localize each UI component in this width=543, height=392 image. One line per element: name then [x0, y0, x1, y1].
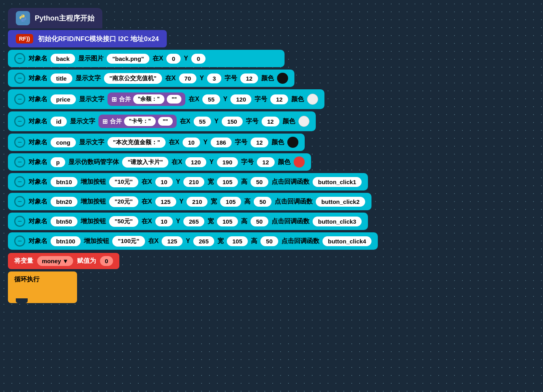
value-btn100: "100元" — [112, 236, 145, 247]
action-10: 增加按钮 — [84, 237, 109, 245]
collapse-btn-4[interactable]: − — [14, 116, 25, 127]
action-8: 增加按钮 — [81, 198, 106, 206]
atx-1: 在X — [153, 55, 163, 63]
fontsize-val-2: 12 — [240, 74, 258, 83]
action-3: 显示文字 — [79, 95, 104, 104]
prefix-10: 对象名 — [28, 237, 47, 245]
height-val-7: 50 — [251, 177, 268, 187]
callback-label-8: 点击回调函数 — [275, 198, 313, 206]
x-val-3: 55 — [202, 94, 220, 104]
collapse-btn-6[interactable]: − — [14, 156, 25, 168]
aty-1: Y — [184, 55, 188, 62]
callback-label-9: 点击回调函数 — [272, 217, 309, 226]
callback-val-8: button_click2 — [316, 197, 365, 207]
rfid-label: 初始化RFID/NFC模块接口 I2C 地址0x24 — [38, 34, 159, 43]
color-swatch-black-2 — [277, 73, 288, 84]
assign-label: 赋值为 — [77, 257, 96, 265]
obj-name-title: title — [51, 74, 72, 83]
atx-6: 在X — [172, 158, 182, 166]
height-label-10: 高 — [251, 237, 257, 245]
value-cong: "本次充值金额：" — [107, 137, 166, 148]
color-label-2: 颜色 — [261, 74, 274, 83]
collapse-btn-3[interactable]: − — [14, 94, 25, 105]
height-label-7: 高 — [241, 178, 247, 186]
aty-4: Y — [214, 118, 219, 125]
obj-name-price: price — [51, 94, 76, 104]
callback-label-10: 点击回调函数 — [281, 237, 319, 245]
x-val-8: 125 — [155, 197, 176, 207]
y-val-4: 150 — [222, 117, 243, 126]
loop-label: 循环执行 — [14, 275, 40, 284]
color-label-5: 颜色 — [272, 138, 284, 147]
python-start-label: Python主程序开始 — [35, 13, 94, 23]
merge-label-3: 合并 — [119, 96, 131, 103]
python-start-block: Python主程序开始 — [8, 8, 102, 28]
instruction-row-9: − 对象名 btn50 增加按钮 "50元" 在X 10 Y 265 宽 105… — [8, 213, 368, 230]
merge-icon-3: ⊞ — [111, 96, 117, 103]
collapse-btn-7[interactable]: − — [14, 176, 25, 187]
width-val-9: 105 — [217, 217, 238, 226]
obj-name-p: p — [51, 157, 65, 167]
collapse-btn-5[interactable]: − — [14, 137, 25, 148]
y-val-5: 186 — [211, 138, 232, 147]
x-val-5: 10 — [183, 138, 200, 147]
var-set-label: 将变量 — [14, 257, 33, 265]
callback-val-10: button_click4 — [322, 236, 372, 246]
collapse-btn-9[interactable]: − — [14, 216, 25, 227]
height-val-10: 50 — [260, 236, 278, 246]
merge-icon-4: ⊞ — [102, 118, 107, 125]
obj-name-btn100: btn100 — [51, 236, 81, 246]
value-p: "请放入卡片" — [122, 157, 168, 168]
merge-block-4: ⊞ 合并 "卡号：" "" — [98, 115, 177, 128]
color-swatch-white-3 — [307, 94, 318, 105]
atx-5: 在X — [169, 138, 179, 147]
action-1: 显示图片 — [78, 55, 104, 63]
atx-9: 在X — [141, 217, 152, 226]
action-2: 显示文字 — [75, 74, 101, 83]
var-value: 0 — [100, 256, 113, 266]
action-9: 增加按钮 — [81, 217, 106, 226]
atx-3: 在X — [189, 95, 199, 104]
x-val-7: 10 — [155, 177, 173, 187]
prefix-5: 对象名 — [28, 138, 47, 147]
python-logo-icon — [16, 11, 30, 25]
collapse-btn-8[interactable]: − — [14, 196, 25, 207]
aty-2: Y — [200, 75, 204, 82]
height-label-8: 高 — [244, 198, 251, 206]
obj-name-btn20: btn20 — [51, 197, 77, 207]
dropdown-arrow-icon: ▼ — [62, 258, 68, 264]
value-back-png: "back.png" — [107, 54, 149, 64]
callback-val-7: button_click1 — [313, 177, 362, 187]
fontsize-label-5: 字号 — [235, 138, 247, 147]
loop-block: 循环执行 — [8, 271, 77, 303]
prefix-4: 对象名 — [28, 117, 47, 126]
collapse-btn-10[interactable]: − — [14, 236, 25, 247]
collapse-btn-1[interactable]: − — [14, 53, 25, 64]
x-val-2: 70 — [179, 74, 197, 83]
width-label-9: 宽 — [207, 217, 214, 226]
fontsize-val-3: 12 — [270, 94, 288, 104]
atx-4: 在X — [180, 117, 190, 126]
width-label-10: 宽 — [217, 237, 224, 245]
x-val-4: 55 — [194, 117, 211, 126]
var-name-dropdown[interactable]: money ▼ — [37, 256, 73, 266]
prefix-2: 对象名 — [28, 74, 47, 83]
aty-10: Y — [186, 237, 190, 245]
prefix-8: 对象名 — [28, 198, 47, 206]
y-val-10: 265 — [193, 236, 214, 246]
rfid-block: RF)) 初始化RFID/NFC模块接口 I2C 地址0x24 — [8, 30, 167, 47]
x-val-10: 125 — [162, 236, 183, 246]
width-val-10: 105 — [227, 236, 248, 246]
atx-7: 在X — [141, 178, 152, 186]
value-btn10: "10元" — [109, 177, 138, 187]
fontsize-label-6: 字号 — [241, 158, 254, 166]
action-4: 显示文字 — [70, 117, 95, 126]
prefix-3: 对象名 — [28, 95, 47, 104]
obj-name-back: back — [51, 54, 75, 64]
y-val-8: 210 — [187, 197, 207, 207]
instruction-row-10: − 对象名 btn100 增加按钮 "100元" 在X 125 Y 265 宽 … — [8, 232, 378, 250]
collapse-btn-2[interactable]: − — [14, 73, 25, 84]
aty-9: Y — [176, 218, 180, 225]
aty-7: Y — [176, 178, 180, 185]
loop-notch — [16, 298, 28, 303]
